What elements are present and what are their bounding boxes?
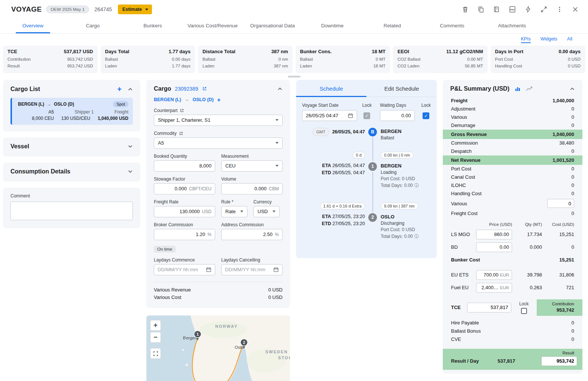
top-bar: VOYAGE OEW 2025 May 1 264745 Estimate PD…: [0, 0, 588, 19]
counterpart-select[interactable]: Shipper 1, Charterer, S1: [154, 115, 283, 126]
various-cost-input[interactable]: [547, 199, 574, 208]
line-chart-icon[interactable]: [526, 86, 533, 91]
bar-chart-icon[interactable]: [515, 86, 521, 92]
ledger-icon[interactable]: [493, 6, 500, 13]
kpi-card-days-in-port: Days in Port0.00 days Port Cost0 USD Han…: [491, 46, 585, 73]
tab-downtime[interactable]: Downtime: [302, 19, 362, 33]
tab-overview[interactable]: Overview: [3, 19, 63, 33]
pnl-row-label: Commission: [451, 140, 478, 146]
close-icon[interactable]: [572, 6, 579, 13]
discharge-port-link[interactable]: OSLO (D): [192, 97, 213, 102]
add-port-button[interactable]: +: [217, 97, 221, 103]
tab-various-cost-revenue[interactable]: Various Cost/Revenue: [183, 19, 243, 33]
timeline-marker-1[interactable]: 1: [368, 162, 377, 171]
zoom-out-button[interactable]: −: [150, 332, 161, 343]
external-link-icon[interactable]: [202, 86, 207, 91]
tce-lock-checkbox[interactable]: [521, 308, 527, 314]
kebab-menu-icon[interactable]: [556, 6, 563, 13]
waiting-days-input[interactable]: [384, 113, 411, 118]
copy-icon[interactable]: [477, 6, 485, 13]
tce-input[interactable]: [467, 303, 511, 312]
address-commission-input[interactable]: [225, 232, 272, 237]
tab-edit-schedule[interactable]: Edit Schedule: [366, 80, 437, 97]
cargo-list-title: Cargo List: [10, 86, 40, 93]
volume-input[interactable]: [225, 186, 266, 191]
volume-unit: CBM: [269, 186, 279, 191]
calendar-icon[interactable]: [273, 267, 279, 272]
kpi-link-widgets[interactable]: Widgets: [540, 36, 557, 43]
stop-total-days: Total Days: 0.00: [381, 234, 413, 239]
external-link-icon[interactable]: [180, 108, 184, 113]
expand-chevron-icon[interactable]: [128, 169, 133, 174]
lock-label: Lock: [421, 103, 431, 108]
fuel-eu-row: Fuel EU EUR 0.263 721: [443, 281, 582, 294]
tab-attachments[interactable]: Attachments: [482, 19, 542, 33]
laydays-commence-label: Laydays Commence: [154, 257, 195, 263]
tab-related[interactable]: Related: [362, 19, 422, 33]
pdf-export-icon[interactable]: PDF: [509, 6, 516, 13]
currency-select[interactable]: USD: [253, 206, 280, 217]
kpi-sub-label: Laden: [300, 63, 312, 69]
laydays-commence-input[interactable]: [158, 267, 206, 272]
tab-schedule[interactable]: Schedule: [296, 80, 366, 97]
measurement-value: CEU: [225, 163, 273, 169]
timeline-marker-2[interactable]: 2: [368, 213, 377, 222]
kpi-link-all[interactable]: All: [567, 36, 572, 43]
bd-price-input[interactable]: [479, 244, 509, 250]
collapse-chevron-icon[interactable]: [128, 87, 133, 92]
voyage-start-date-input[interactable]: [306, 113, 348, 118]
expand-chevron-icon[interactable]: [128, 144, 133, 149]
rule-select[interactable]: Rate: [221, 206, 247, 217]
kpi-sub-value: 0.00 days: [172, 56, 191, 63]
bolt-icon[interactable]: [524, 6, 532, 13]
result-input[interactable]: [541, 356, 577, 366]
external-link-icon[interactable]: [179, 131, 183, 136]
lsmgo-price-input[interactable]: [479, 232, 509, 237]
stowage-factor-input[interactable]: [158, 186, 187, 191]
comment-input[interactable]: [10, 202, 133, 220]
pnl-row-label: Various: [451, 114, 467, 120]
cargo-list-item[interactable]: BERGEN (L) → OSLO (D) Spot A5 Shipper 1 …: [10, 98, 133, 125]
fuel-eu-price-input[interactable]: [479, 285, 499, 290]
booked-quantity-input[interactable]: [158, 163, 211, 169]
info-icon[interactable]: ⓘ: [414, 183, 419, 188]
stop-port: BERGEN: [381, 162, 431, 169]
expand-icon[interactable]: [540, 6, 548, 13]
add-cargo-button[interactable]: +: [117, 85, 122, 93]
zoom-in-button[interactable]: +: [150, 320, 161, 331]
eu-ets-price-input[interactable]: [479, 272, 499, 278]
leg-speed-distance-badge: 9.09 kn | 387 nm: [381, 203, 418, 209]
voyage-start-lock-checkbox[interactable]: ✓: [363, 112, 370, 119]
load-port-link[interactable]: BERGEN (L): [154, 97, 181, 102]
cargo-id-link[interactable]: 23092389: [175, 86, 198, 92]
timeline-marker-ballast[interactable]: B: [368, 128, 377, 136]
delete-icon[interactable]: [461, 6, 469, 13]
calendar-icon[interactable]: [206, 267, 211, 272]
vessel-title: Vessel: [10, 143, 29, 150]
broker-commission-input[interactable]: [158, 232, 205, 237]
panel-resize-handle[interactable]: [288, 76, 301, 78]
calendar-icon[interactable]: [348, 113, 353, 118]
eta-value: 27/05/25, 23:20: [332, 214, 365, 219]
route-map[interactable]: NORWAY SWEDEN STOC Bergen Oslo North 1 2: [146, 315, 290, 381]
waiting-days-lock-checkbox[interactable]: ✓: [423, 112, 429, 119]
info-icon[interactable]: ⓘ: [414, 234, 419, 239]
voyage-start-date-label: Voyage Start Date: [302, 103, 357, 108]
commodity-select[interactable]: A5: [154, 137, 283, 149]
tab-organisational-data[interactable]: Organisational Data: [243, 19, 302, 33]
currency-unit: EUR: [500, 273, 509, 277]
estimate-dropdown-button[interactable]: Estimate: [118, 4, 152, 14]
measurement-select[interactable]: CEU: [221, 160, 283, 172]
tab-bunkers[interactable]: Bunkers: [123, 19, 183, 33]
fullscreen-button[interactable]: [150, 348, 161, 359]
kpi-card-tce: TCE537,817 USD Contribution953,742 USD R…: [3, 46, 98, 73]
kpi-link-kpis[interactable]: KPIs: [521, 36, 531, 43]
tab-comments[interactable]: Comments: [422, 19, 482, 33]
kpi-sub-value: 0 nm: [278, 56, 288, 63]
collapse-chevron-icon[interactable]: [277, 86, 283, 91]
laydays-cancelling-input[interactable]: [225, 267, 273, 272]
various-revenue-label: Various Revenue: [154, 286, 191, 294]
tab-cargo[interactable]: Cargo: [63, 19, 123, 33]
collapse-chevron-icon[interactable]: [570, 86, 575, 91]
freight-rate-input[interactable]: [158, 209, 200, 214]
